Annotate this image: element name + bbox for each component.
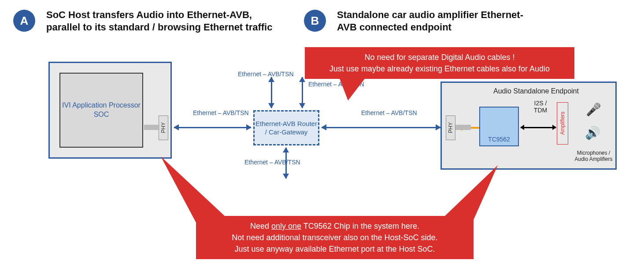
callout-bottom-pointer-left bbox=[159, 154, 229, 225]
callout-bottom: Need only one TC9562 Chip in the system … bbox=[196, 216, 474, 259]
badge-b: B bbox=[304, 10, 326, 32]
microphone-icon: 🎤 bbox=[586, 102, 601, 117]
eth-label-left: Ethernet – AVB/TSN bbox=[193, 109, 249, 117]
arrow-router-up-right bbox=[302, 77, 303, 108]
router-box: Ethernet-AVB Router / Car-Gateway bbox=[253, 110, 319, 145]
eth-label-down: Ethernet – AVB/TSN bbox=[244, 159, 300, 166]
callout-top: No need for separate Digital Audio cable… bbox=[305, 47, 574, 79]
phy-box-b: PHY bbox=[446, 115, 455, 140]
callout-bottom-line3: Just use anyway available Ethernet port … bbox=[205, 243, 465, 255]
heading-b: Standalone car audio amplifier Ethernet-… bbox=[337, 9, 531, 33]
svg-marker-1 bbox=[161, 156, 225, 223]
eth-label-right: Ethernet – AVB/TSN bbox=[361, 109, 417, 117]
speaker-icon: 🔊 bbox=[585, 126, 600, 140]
ivi-soc-box: IVI Application Processor SOC bbox=[59, 73, 143, 148]
svg-marker-0 bbox=[339, 78, 366, 100]
i2s-label: I2S / TDM bbox=[529, 100, 551, 114]
arrow-router-to-b bbox=[322, 127, 440, 128]
phy-box-a: PHY bbox=[159, 115, 168, 140]
callout-top-line1: No need for separate Digital Audio cable… bbox=[314, 52, 566, 63]
devices-label: Microphones / Audio Amplifiers bbox=[573, 150, 614, 163]
callout-bottom-line1: Need only one TC9562 Chip in the system … bbox=[205, 220, 465, 232]
callout-bottom-pointer-right bbox=[445, 163, 520, 225]
callout-bottom-line2: Not need additional transceiver also on … bbox=[205, 232, 465, 243]
heading-a: SoC Host transfers Audio into Ethernet-A… bbox=[46, 9, 289, 33]
eth-label-up-left: Ethernet – AVB/TSN bbox=[238, 71, 294, 78]
arrow-a-to-router bbox=[174, 127, 251, 128]
badge-a: A bbox=[13, 10, 35, 32]
endpoint-title: Audio Standalone Endpoint bbox=[493, 87, 579, 95]
amplifiers-box: Amplifiers bbox=[557, 102, 568, 145]
callout-top-pointer bbox=[339, 78, 370, 104]
tc9562-chip: TC9562 bbox=[479, 107, 519, 146]
svg-marker-2 bbox=[445, 165, 498, 225]
arrow-router-up-left bbox=[271, 77, 272, 108]
phy-a-connector bbox=[144, 125, 159, 130]
phy-b-connector bbox=[455, 125, 471, 130]
callout-top-line2: Just use maybe already existing Ethernet… bbox=[314, 63, 566, 74]
i2s-arrow bbox=[521, 127, 556, 128]
